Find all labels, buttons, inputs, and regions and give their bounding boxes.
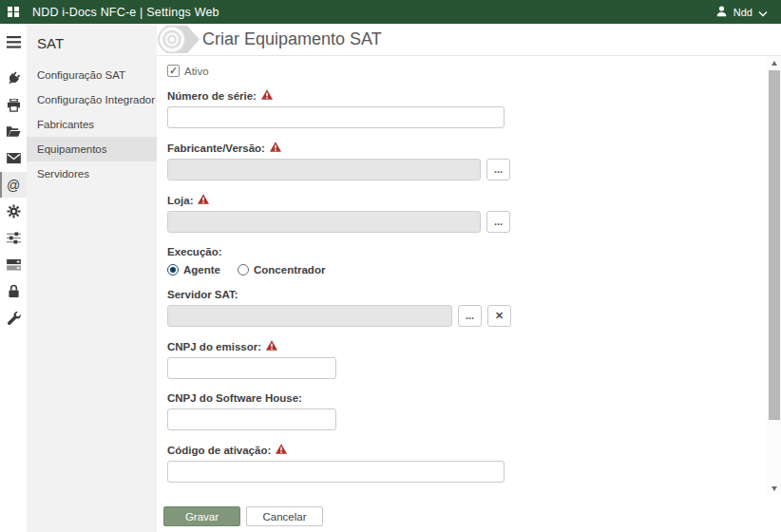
servidor-sat-input (167, 305, 452, 327)
codigo-ativacao-label: Código de ativação: (167, 445, 271, 456)
execucao-radio-agente[interactable]: Agente (167, 264, 220, 276)
at-sign-icon[interactable]: @ (0, 172, 27, 198)
cnpj-software-house-input[interactable] (167, 408, 336, 430)
page-header: Criar Equipamento SAT (157, 24, 781, 55)
required-warning-icon (276, 444, 287, 456)
required-warning-icon (266, 340, 277, 352)
plug-icon[interactable] (0, 66, 27, 91)
form-footer: Gravar Cancelar (157, 494, 781, 532)
loja-browse-button[interactable]: ... (486, 211, 510, 233)
server-icon[interactable] (0, 252, 27, 277)
loja-input (167, 211, 481, 233)
form-scroll-area: ✓ Ativo Número de série: Fabricante/Vers… (157, 55, 781, 494)
fabricante-browse-button[interactable]: ... (486, 159, 510, 180)
top-bar: NDD i-Docs NFC-e | Settings Web Ndd (0, 0, 781, 24)
menu-item-configuracao-sat[interactable]: Configuração SAT (27, 63, 157, 87)
scroll-down-button[interactable] (767, 482, 781, 494)
radio-unselected-icon (238, 264, 249, 276)
menu-item-configuracao-integrador[interactable]: Configuração Integrador (27, 87, 157, 112)
menu-item-fabricantes[interactable]: Fabricantes (27, 112, 157, 137)
menu-item-equipamentos[interactable]: Equipamentos (27, 137, 157, 162)
content-area: Criar Equipamento SAT ✓ Ativo Número de … (157, 24, 781, 532)
menu-icon[interactable] (0, 29, 27, 55)
execucao-label: Execução: (167, 246, 222, 257)
ativo-checkbox[interactable]: ✓ (167, 65, 180, 77)
page-title: Criar Equipamento SAT (202, 29, 382, 49)
wrench-icon[interactable] (0, 305, 27, 331)
cnpj-emissor-label: CNPJ do emissor: (167, 341, 261, 352)
cancel-button[interactable]: Cancelar (246, 506, 323, 526)
numero-serie-label: Número de série: (167, 90, 257, 102)
app-title: NDD i-Docs NFC-e | Settings Web (32, 6, 219, 19)
servidor-sat-clear-button[interactable]: ✕ (487, 305, 511, 327)
folder-open-icon[interactable] (0, 119, 27, 144)
numero-serie-input[interactable] (167, 106, 505, 128)
sat-menu-panel: SAT Configuração SAT Configuração Integr… (27, 24, 157, 532)
scroll-up-icon (771, 61, 777, 66)
execucao-radio-concentrador[interactable]: Concentrador (238, 264, 325, 276)
app-grid-icon (8, 7, 19, 18)
required-warning-icon (198, 194, 209, 206)
radio-selected-icon (167, 264, 179, 276)
ativo-label: Ativo (184, 66, 209, 77)
required-warning-icon (270, 142, 281, 154)
user-icon (715, 4, 728, 21)
user-menu[interactable]: Ndd (715, 4, 781, 21)
fabricante-versao-label: Fabricante/Versão: (167, 142, 265, 154)
chevron-down-icon (758, 4, 768, 21)
codigo-ativacao-input[interactable] (167, 461, 505, 483)
app-grid-button[interactable] (0, 7, 27, 18)
scroll-down-icon (771, 486, 777, 491)
sliders-icon[interactable] (0, 225, 27, 251)
servidor-sat-browse-button[interactable]: ... (458, 305, 482, 327)
vertical-scrollbar[interactable] (767, 56, 781, 494)
servidor-sat-label: Servidor SAT: (167, 289, 238, 300)
envelope-icon[interactable] (0, 145, 27, 171)
fabricante-versao-input (167, 159, 481, 180)
cnpj-emissor-input[interactable] (167, 357, 336, 379)
menu-title: SAT (27, 31, 157, 63)
lock-icon[interactable] (0, 278, 27, 304)
user-name: Ndd (733, 7, 752, 18)
breadcrumb-target-icon (157, 24, 200, 55)
required-warning-icon (261, 89, 273, 102)
save-button[interactable]: Gravar (163, 506, 240, 526)
cnpj-software-house-label: CNPJ do Software House: (167, 392, 302, 404)
scrollbar-thumb[interactable] (769, 70, 780, 420)
loja-label: Loja: (167, 195, 193, 206)
icon-sidebar: @ (0, 24, 27, 532)
menu-item-servidores[interactable]: Servidores (27, 162, 157, 186)
printer-icon[interactable] (0, 92, 27, 118)
gear-icon[interactable] (0, 199, 27, 224)
scroll-up-button[interactable] (767, 56, 781, 69)
